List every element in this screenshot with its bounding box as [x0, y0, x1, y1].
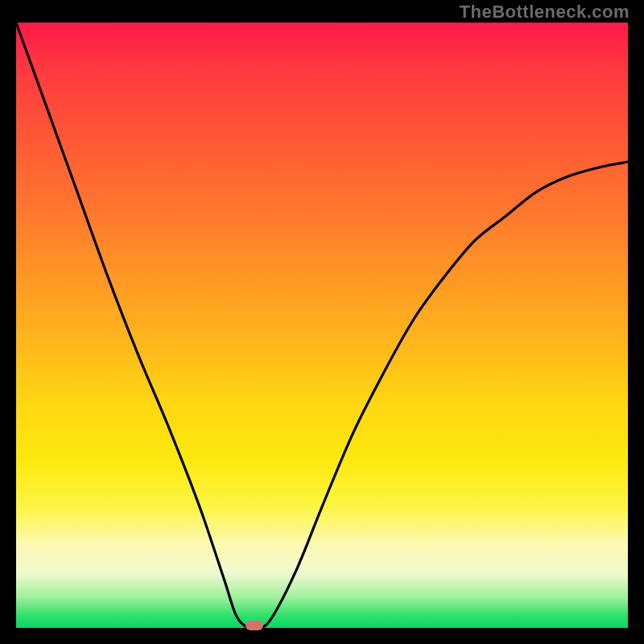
- optimum-marker: [246, 621, 263, 630]
- watermark-text: TheBottleneck.com: [460, 2, 630, 23]
- plot-area: [16, 23, 628, 628]
- chart-frame: TheBottleneck.com: [0, 0, 644, 644]
- bottleneck-curve: [16, 23, 628, 628]
